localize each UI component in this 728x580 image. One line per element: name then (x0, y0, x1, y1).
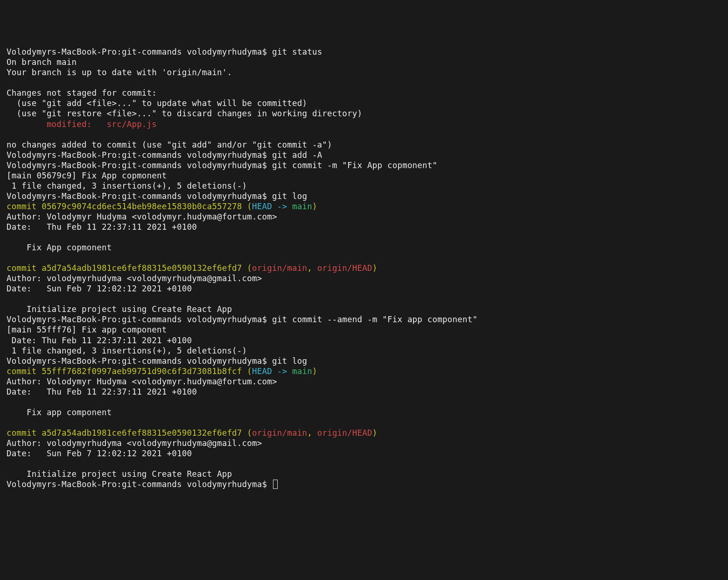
ref-main: main (292, 367, 312, 376)
command-git-status: git status (272, 47, 322, 57)
commit-message: Fix app component (7, 408, 112, 417)
status-branch: On branch main (7, 57, 77, 67)
commit-author: Author: volodymyrhudyma <volodymyrhudyma… (7, 439, 262, 448)
paren-open: ( (242, 263, 252, 273)
ref-origin-main: origin/main (252, 428, 307, 438)
prompt: Volodymyrs-MacBook-Pro:git-commands volo… (7, 315, 272, 324)
amend-result-header: [main 55fff76] Fix app component (7, 325, 167, 334)
commit-result-header: [main 05679c9] Fix App copmonent (7, 171, 167, 180)
prompt: Volodymyrs-MacBook-Pro:git-commands volo… (7, 356, 272, 366)
status-notstaged: Changes not staged for commit: (7, 88, 157, 98)
commit-date: Date: Thu Feb 11 22:37:11 2021 +0100 (7, 387, 197, 396)
command-git-commit: git commit -m "Fix App copmonent" (272, 161, 437, 170)
amend-result-date: Date: Thu Feb 11 22:37:11 2021 +0100 (7, 336, 192, 345)
status-hint2: (use "git restore <file>..." to discard … (7, 109, 362, 118)
status-nochanges: no changes added to commit (use "git add… (7, 140, 332, 149)
commit-sha: commit a5d7a54adb1981ce6fef88315e0590132… (7, 263, 242, 273)
command-git-log: git log (272, 191, 307, 201)
commit-sha: commit a5d7a54adb1981ce6fef88315e0590132… (7, 428, 242, 438)
ref-main: main (292, 202, 312, 211)
commit-date: Date: Thu Feb 11 22:37:11 2021 +0100 (7, 222, 197, 232)
ref-origin-head: origin/HEAD (317, 263, 372, 273)
command-git-log2: git log (272, 356, 307, 366)
ref-head: HEAD -> (252, 202, 292, 211)
paren-close: ) (372, 428, 378, 438)
commit-message: Initialize project using Create React Ap… (7, 304, 232, 314)
paren-close: ) (312, 202, 317, 211)
paren-open: ( (242, 428, 252, 438)
status-modified: modified: src/App.js (7, 120, 157, 129)
command-git-commit-amend: git commit --amend -m "Fix app component… (272, 315, 477, 324)
status-uptodate: Your branch is up to date with 'origin/m… (7, 68, 232, 77)
prompt: Volodymyrs-MacBook-Pro:git-commands volo… (7, 161, 272, 170)
comma: , (307, 428, 317, 438)
command-git-add: git add -A (272, 150, 322, 160)
ref-origin-head: origin/HEAD (317, 428, 372, 438)
paren-close: ) (312, 367, 317, 376)
commit-result-stats: 1 file changed, 3 insertions(+), 5 delet… (7, 181, 247, 191)
commit-author: Author: Volodymyr Hudyma <volodymyr.hudy… (7, 212, 277, 221)
commit-author: Author: Volodymyr Hudyma <volodymyr.hudy… (7, 377, 277, 386)
prompt: Volodymyrs-MacBook-Pro:git-commands volo… (7, 480, 272, 489)
commit-sha: commit 55fff7682f0997aeb99751d90c6f3d730… (7, 367, 242, 376)
commit-message: Fix App copmonent (7, 243, 112, 252)
paren-close: ) (372, 263, 378, 273)
commit-author: Author: volodymyrhudyma <volodymyrhudyma… (7, 274, 262, 283)
cursor-icon (273, 480, 278, 489)
commit-message: Initialize project using Create React Ap… (7, 469, 232, 479)
terminal-output[interactable]: Volodymyrs-MacBook-Pro:git-commands volo… (7, 47, 721, 489)
paren-open: ( (242, 202, 252, 211)
commit-sha: commit 05679c9074cd6ec514beb98ee15830b0c… (7, 202, 242, 211)
commit-date: Date: Sun Feb 7 12:02:12 2021 +0100 (7, 449, 192, 458)
comma: , (307, 263, 317, 273)
ref-origin-main: origin/main (252, 263, 307, 273)
prompt: Volodymyrs-MacBook-Pro:git-commands volo… (7, 191, 272, 201)
commit-date: Date: Sun Feb 7 12:02:12 2021 +0100 (7, 284, 192, 293)
ref-head: HEAD -> (252, 367, 292, 376)
paren-open: ( (242, 367, 252, 376)
status-hint1: (use "git add <file>..." to update what … (7, 99, 307, 108)
prompt: Volodymyrs-MacBook-Pro:git-commands volo… (7, 150, 272, 160)
amend-result-stats: 1 file changed, 3 insertions(+), 5 delet… (7, 346, 247, 355)
prompt: Volodymyrs-MacBook-Pro:git-commands volo… (7, 47, 272, 57)
